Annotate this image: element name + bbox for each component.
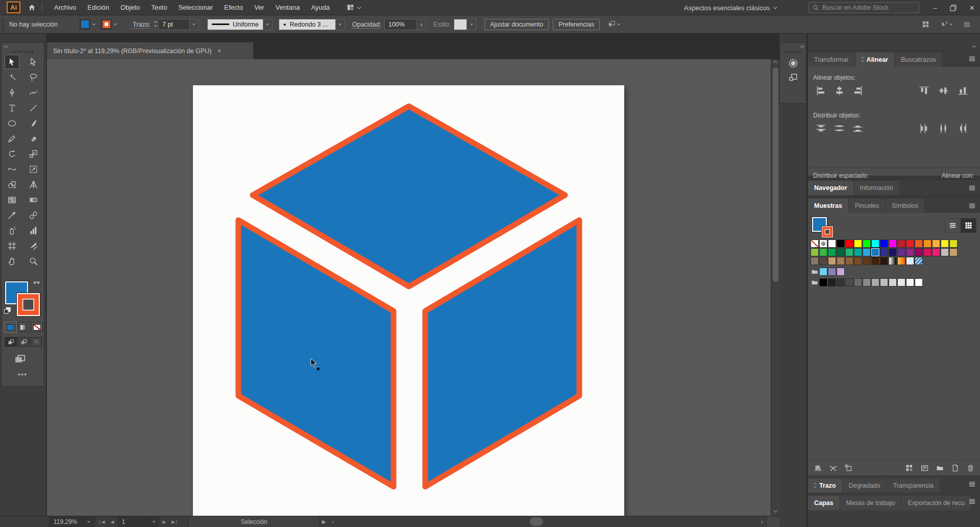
swatch-8CC63F[interactable] bbox=[811, 248, 819, 256]
menu-ver[interactable]: Ver bbox=[249, 4, 270, 11]
swatch-F6F6F6[interactable] bbox=[906, 278, 914, 286]
slice-tool[interactable] bbox=[27, 239, 40, 252]
tab-pinceles[interactable]: Pinceles bbox=[849, 199, 886, 213]
swatch-39B54A[interactable] bbox=[819, 248, 827, 256]
first-artboard-button[interactable]: ❘◀ bbox=[95, 519, 107, 524]
swatch-C7A16B[interactable] bbox=[949, 248, 958, 256]
swatch-C7A8DC[interactable] bbox=[837, 268, 845, 276]
tab-exportacion-de-recu[interactable]: Exportación de recu bbox=[901, 496, 971, 510]
scale-tool[interactable] bbox=[27, 147, 40, 160]
swatch-29ABE2[interactable] bbox=[863, 248, 871, 256]
draw-normal-icon[interactable] bbox=[5, 337, 17, 347]
tab-trazo[interactable]: Trazo bbox=[808, 478, 843, 493]
default-fill-stroke-icon[interactable] bbox=[4, 307, 11, 315]
swatch-D9E021[interactable] bbox=[949, 239, 958, 248]
style-chevron[interactable] bbox=[467, 19, 476, 30]
mesh-tool[interactable] bbox=[5, 193, 19, 206]
distribute-right-button[interactable] bbox=[956, 122, 969, 134]
swatch-2E3192[interactable] bbox=[880, 248, 888, 256]
tab-degradado[interactable]: Degradado bbox=[843, 478, 887, 493]
library-exchange-icon[interactable] bbox=[843, 463, 854, 474]
tab-transformar[interactable]: Transformar bbox=[808, 53, 855, 67]
brush-definition-dropdown[interactable]: ● Redondo 3 ... bbox=[279, 19, 336, 30]
menu-ayuda[interactable]: Ayuda bbox=[305, 4, 335, 11]
distribute-left-button[interactable] bbox=[917, 122, 930, 134]
menu-ventana[interactable]: Ventana bbox=[270, 4, 306, 11]
artboard-number-value[interactable]: 1 bbox=[117, 516, 149, 527]
none-button[interactable] bbox=[31, 322, 43, 332]
perspective-grid-tool[interactable] bbox=[27, 178, 40, 191]
artboard-tool[interactable] bbox=[5, 239, 19, 252]
app-logo[interactable]: Ai bbox=[7, 2, 20, 13]
swatch-F7931E[interactable] bbox=[923, 239, 932, 248]
scroll-down-icon[interactable] bbox=[773, 508, 777, 512]
swatch-8781BD[interactable] bbox=[828, 268, 836, 276]
swatch-FCEE21[interactable] bbox=[941, 239, 949, 248]
tab-mesas-de-trabajo[interactable]: Mesas de trabajo bbox=[840, 496, 902, 510]
curvature-tool[interactable] bbox=[27, 86, 40, 99]
close-button[interactable]: ✕ bbox=[969, 4, 975, 12]
selection-panel-icon[interactable] bbox=[787, 57, 799, 69]
horizontal-scroll-thumb[interactable] bbox=[530, 517, 543, 526]
selection-tool[interactable] bbox=[5, 55, 19, 68]
align-top-button[interactable] bbox=[917, 84, 930, 97]
panel-grip[interactable] bbox=[12, 51, 34, 53]
swatch-000000[interactable] bbox=[837, 239, 845, 248]
swatch-FF0000[interactable] bbox=[845, 239, 853, 248]
swatch-662D91[interactable] bbox=[897, 248, 905, 256]
opacity-label[interactable]: Opacidad: bbox=[352, 21, 381, 28]
swatch-754C24[interactable] bbox=[854, 257, 862, 265]
swatch-C69C6D[interactable] bbox=[828, 257, 836, 265]
scroll-up-icon[interactable] bbox=[773, 61, 777, 65]
new-swatch-icon[interactable] bbox=[949, 463, 961, 474]
swatch-42210B[interactable] bbox=[871, 257, 879, 265]
swatch-22B573[interactable] bbox=[845, 248, 853, 256]
swatch-libraries-icon[interactable] bbox=[812, 463, 823, 474]
swatch-FFFF00[interactable] bbox=[854, 239, 862, 248]
panel-grip[interactable] bbox=[2, 18, 4, 31]
cube-artwork[interactable] bbox=[47, 59, 771, 516]
swatch-8A8A8D[interactable] bbox=[863, 278, 871, 286]
stroke-weight-label[interactable]: Trazo: bbox=[133, 21, 151, 28]
ellipse-tool[interactable] bbox=[5, 116, 19, 130]
swatch-00A99D[interactable] bbox=[854, 248, 862, 256]
tab-navegador[interactable]: Navegador bbox=[808, 181, 854, 195]
type-tool[interactable] bbox=[5, 101, 19, 114]
swatch-363435[interactable] bbox=[837, 278, 845, 286]
eyedropper-tool[interactable] bbox=[5, 208, 19, 222]
menu-seleccionar[interactable]: Seleccionar bbox=[173, 4, 218, 11]
swatch-E7E8E9[interactable] bbox=[897, 278, 905, 286]
tab-alinear[interactable]: Alinear bbox=[855, 53, 895, 67]
new-color-group-icon[interactable] bbox=[903, 463, 915, 474]
panel-menu-icon[interactable] bbox=[968, 480, 976, 488]
grid-view-icon[interactable] bbox=[961, 218, 976, 233]
shape-builder-tool[interactable] bbox=[5, 178, 19, 191]
pencil-tool[interactable] bbox=[5, 132, 19, 145]
style-swatch[interactable] bbox=[454, 19, 467, 30]
menu-texto[interactable]: Texto bbox=[145, 4, 173, 11]
tab-simbolos[interactable]: Símbolos bbox=[886, 199, 925, 213]
panel-menu-icon[interactable] bbox=[968, 55, 976, 62]
gradient-button[interactable] bbox=[18, 322, 30, 332]
pen-tool[interactable] bbox=[5, 86, 19, 99]
canvas[interactable] bbox=[47, 59, 771, 516]
swatch-gradient-bw[interactable] bbox=[889, 257, 897, 265]
more-tools-button[interactable]: ••• bbox=[2, 371, 44, 378]
swatch-ED1C24[interactable] bbox=[906, 239, 914, 248]
swatch-registration[interactable]: ⊕ bbox=[819, 239, 827, 248]
next-artboard-button[interactable]: ▶ bbox=[159, 519, 168, 524]
column-graph-tool[interactable] bbox=[27, 224, 40, 237]
horizontal-scrollbar[interactable]: ‹ › bbox=[329, 516, 766, 527]
swatch-2A1608[interactable] bbox=[880, 257, 888, 265]
swatch-92278F[interactable] bbox=[906, 248, 914, 256]
align-right-button[interactable] bbox=[851, 84, 864, 97]
swatch-BDBFC1[interactable] bbox=[880, 278, 888, 286]
opacity-chevron[interactable]: › bbox=[417, 19, 426, 30]
scroll-right-icon[interactable]: › bbox=[761, 518, 763, 525]
tab-muestras[interactable]: Muestras bbox=[808, 199, 849, 213]
color-button[interactable] bbox=[5, 322, 16, 332]
minimize-button[interactable]: – bbox=[934, 4, 937, 12]
symbol-sprayer-tool[interactable] bbox=[5, 224, 19, 237]
preferences-button[interactable]: Preferencias bbox=[553, 19, 600, 30]
brush-definition-chevron[interactable] bbox=[336, 19, 345, 30]
